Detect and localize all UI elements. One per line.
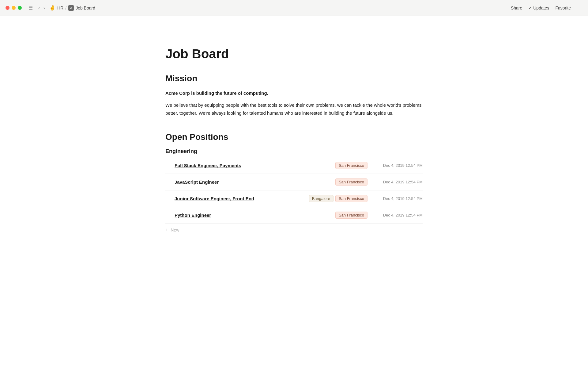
titlebar: ☰ ‹ › ✌️ HR / A Job Board Share ✓ Update… (0, 0, 588, 16)
minimize-button[interactable] (12, 6, 16, 10)
page-icon: A (68, 5, 74, 11)
titlebar-left: ☰ ‹ › ✌️ HR / A Job Board (6, 4, 95, 12)
svg-text:🔨: 🔨 (165, 212, 172, 217)
maximize-button[interactable] (18, 6, 22, 10)
position-tags: San Francisco (335, 178, 368, 186)
breadcrumb-page[interactable]: Job Board (76, 6, 95, 10)
nav-arrows: ‹ › (37, 5, 46, 11)
close-button[interactable] (6, 6, 9, 10)
open-positions-section: Open Positions Engineering 🔨Full Stack E… (165, 132, 423, 236)
back-button[interactable]: ‹ (37, 5, 41, 11)
new-row[interactable]: + New (165, 224, 423, 236)
svg-text:🔨: 🔨 (165, 195, 172, 201)
position-date: Dec 4, 2019 12:54 PM (374, 213, 423, 217)
svg-text:🔨: 🔨 (165, 162, 172, 168)
mission-bold: Acme Corp is building the future of comp… (165, 90, 423, 97)
open-positions-heading: Open Positions (165, 132, 423, 142)
updates-label: Updates (533, 6, 549, 10)
mission-heading: Mission (165, 74, 423, 83)
position-icon: 🔨 (165, 195, 172, 202)
svg-text:🔨: 🔨 (165, 178, 172, 184)
position-date: Dec 4, 2019 12:54 PM (374, 163, 423, 168)
breadcrumb-emoji: ✌️ (49, 5, 55, 11)
position-tag[interactable]: San Francisco (335, 195, 368, 202)
position-icon: 🔨 (165, 162, 172, 169)
position-icon: 🔨 (165, 178, 172, 186)
share-button[interactable]: Share (511, 6, 522, 10)
position-date: Dec 4, 2019 12:54 PM (374, 196, 423, 201)
position-row[interactable]: 🔨Python EngineerSan FranciscoDec 4, 2019… (165, 207, 423, 224)
titlebar-right: Share ✓ Updates Favorite ··· (511, 5, 582, 11)
position-tag[interactable]: San Francisco (335, 212, 368, 219)
position-name: Full Stack Engineer, Payments (175, 163, 335, 168)
position-tag[interactable]: Bangalore (309, 195, 334, 202)
plus-icon: + (165, 227, 168, 233)
forward-button[interactable]: › (42, 5, 46, 11)
position-tag[interactable]: San Francisco (335, 162, 368, 169)
breadcrumb-separator: / (65, 6, 66, 10)
main-content: Job Board Mission Acme Corp is building … (147, 16, 441, 255)
more-options-button[interactable]: ··· (577, 5, 582, 11)
position-tags: San Francisco (335, 212, 368, 219)
traffic-lights (6, 6, 22, 10)
page-title: Job Board (165, 47, 423, 61)
sidebar-toggle-button[interactable]: ☰ (27, 4, 34, 12)
position-name: JavaScript Engineer (175, 179, 335, 185)
favorite-button[interactable]: Favorite (555, 6, 571, 10)
engineering-heading: Engineering (165, 148, 423, 155)
mission-body: We believe that by equipping people with… (165, 101, 423, 117)
breadcrumb: ✌️ HR / A Job Board (49, 5, 95, 11)
position-date: Dec 4, 2019 12:54 PM (374, 180, 423, 184)
position-row[interactable]: 🔨Junior Software Engineer, Front EndBang… (165, 190, 423, 207)
position-row[interactable]: 🔨JavaScript EngineerSan FranciscoDec 4, … (165, 174, 423, 190)
position-name: Python Engineer (175, 213, 335, 218)
positions-list: 🔨Full Stack Engineer, PaymentsSan Franci… (165, 157, 423, 224)
updates-button[interactable]: ✓ Updates (528, 6, 549, 10)
position-name: Junior Software Engineer, Front End (175, 196, 309, 201)
position-icon: 🔨 (165, 211, 172, 219)
position-tag[interactable]: San Francisco (335, 178, 368, 186)
position-row[interactable]: 🔨Full Stack Engineer, PaymentsSan Franci… (165, 157, 423, 174)
position-tags: BangaloreSan Francisco (309, 195, 368, 202)
position-tags: San Francisco (335, 162, 368, 169)
new-label: New (171, 228, 179, 232)
breadcrumb-section[interactable]: HR (57, 6, 63, 10)
check-icon: ✓ (528, 6, 532, 10)
